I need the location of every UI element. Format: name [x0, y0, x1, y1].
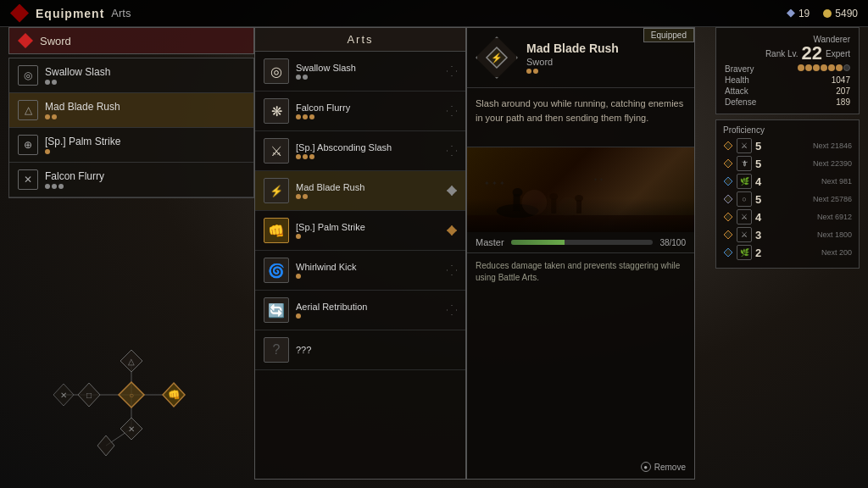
svg-text:✕: ✕: [128, 424, 135, 434]
weapon-header: Sword: [8, 27, 254, 54]
b-dot: [821, 64, 827, 71]
dot: [52, 80, 57, 85]
equip-icon-palm-strike: ⊕: [18, 135, 38, 155]
detail-skill-icon: ⚡: [476, 36, 518, 79]
art-name-absconding-slash: [Sp.] Absconding Slash: [296, 142, 440, 152]
dot-filled: [45, 149, 50, 154]
art-select-diamond: [447, 66, 457, 76]
prof-skill-icon-5: ⚔: [737, 227, 752, 242]
svg-text:□: □: [86, 391, 92, 400]
prof-next-5: Next 1800: [771, 230, 852, 239]
svg-marker-12: [97, 435, 114, 456]
proficiency-panel: Proficiency ⚔ 5 Next 21846 🗡 5 Next 2239…: [715, 119, 860, 269]
equip-item-mad-blade-rush[interactable]: △ Mad Blade Rush: [9, 93, 253, 128]
art-icon-palm-strike: 👊: [264, 218, 289, 243]
art-icon-unknown: ?: [264, 337, 289, 363]
art-info-mad-blade-rush: Mad Blade Rush: [296, 182, 440, 199]
remove-circle-icon: ●: [641, 462, 651, 472]
prof-skill-icon-4: ⚔: [737, 209, 752, 225]
svg-marker-36: [724, 195, 732, 203]
health-value: 1047: [832, 75, 850, 85]
player-rank: Rank Lv. 22 Expert: [725, 44, 850, 63]
b-dot: [836, 64, 843, 71]
dot-filled: [296, 313, 301, 319]
health-row: Health 1047: [725, 75, 850, 85]
equip-info-swallow-slash: Swallow Slash: [45, 66, 245, 85]
dot-filled: [296, 234, 301, 239]
equip-item-palm-strike[interactable]: ⊕ [Sp.] Palm Strike: [9, 128, 253, 163]
dot-filled: [296, 194, 301, 199]
dot-filled: [303, 194, 308, 199]
art-name-unknown: ???: [296, 345, 457, 355]
art-item-absconding-slash[interactable]: ⚔ [Sp.] Absconding Slash: [255, 131, 465, 171]
art-item-unknown[interactable]: ? ???: [255, 330, 465, 370]
art-icon-mad-blade-rush: ⚡: [264, 178, 289, 203]
page-subtitle: Arts: [111, 7, 131, 19]
art-item-aerial-retribution[interactable]: 🔄 Aerial Retribution: [255, 291, 465, 330]
art-name-falcon-flurry: Falcon Flurry: [296, 103, 440, 113]
art-info-palm-strike: [Sp.] Palm Strike: [296, 222, 440, 239]
art-item-falcon-flurry[interactable]: ❋ Falcon Flurry: [255, 92, 465, 131]
art-dots-absconding-slash: [296, 154, 440, 159]
arts-header: Arts: [255, 28, 465, 52]
master-fill: [511, 240, 565, 245]
player-info: Wanderer Rank Lv. 22 Expert Bravery Heal…: [715, 27, 860, 114]
art-item-whirlwind-kick[interactable]: 🌀 Whirlwind Kick: [255, 251, 465, 291]
currency-area: 19 5490: [787, 8, 858, 19]
dot-filled: [303, 154, 308, 159]
prof-skill-icon-2: 🌿: [737, 174, 752, 189]
b-dot: [798, 64, 804, 71]
prof-skill-icon-3: ○: [737, 191, 752, 207]
equip-info-mad-blade-rush: Mad Blade Rush: [45, 101, 245, 119]
prof-skill-icon-1: 🗡: [737, 156, 752, 171]
currency-1: 19: [787, 8, 810, 19]
prof-diamond-icon: [723, 141, 733, 151]
art-item-mad-blade-rush[interactable]: ⚡ Mad Blade Rush: [255, 171, 465, 211]
art-select-diamond: [447, 265, 457, 275]
defense-row: Defense 189: [725, 97, 850, 107]
art-item-palm-strike[interactable]: 👊 [Sp.] Palm Strike: [255, 211, 465, 251]
svg-marker-37: [724, 213, 732, 221]
remove-button[interactable]: ● Remove: [641, 462, 686, 472]
prof-skill-icon-6: 🌿: [737, 245, 752, 260]
art-name-whirlwind-kick: Whirlwind Kick: [296, 262, 440, 272]
defense-value: 189: [836, 97, 850, 107]
prof-row-5: ⚔ 3 Next 1800: [723, 227, 852, 242]
dot: [58, 184, 64, 189]
left-panel: Sword ◎ Swallow Slash △ Mad Blade Rush: [8, 27, 254, 480]
attack-value: 207: [836, 86, 850, 96]
equip-name-palm-strike: [Sp.] Palm Strike: [45, 136, 245, 147]
weapon-type-icon: [18, 33, 33, 48]
dot: [296, 75, 301, 80]
prof-diamond-icon: [723, 194, 733, 204]
dot: [52, 184, 57, 189]
art-select-diamond: [447, 106, 457, 116]
art-dots-swallow-slash: [296, 75, 440, 80]
equip-item-falcon-flurry[interactable]: ✕ Falcon Flurry: [9, 163, 253, 197]
dot-filled: [296, 114, 301, 119]
art-info-aerial-retribution: Aerial Retribution: [296, 302, 440, 319]
player-class: Wanderer: [725, 35, 850, 44]
art-info-falcon-flurry: Falcon Flurry: [296, 103, 440, 119]
equip-icon-swallow-slash: ◎: [18, 65, 38, 86]
art-icon-falcon-flurry: ❋: [264, 98, 289, 124]
remove-label: Remove: [654, 463, 686, 472]
dot: [45, 184, 50, 189]
equip-icon-falcon-flurry: ✕: [18, 169, 38, 190]
detail-master-bar: Master 38/100: [467, 232, 694, 253]
prof-number-5: 3: [755, 229, 767, 241]
detail-weapon-type: Sword: [526, 57, 686, 67]
prof-diamond-icon: [723, 176, 733, 186]
proficiency-title: Proficiency: [723, 125, 852, 135]
currency-2: 5490: [823, 8, 858, 19]
art-info-unknown: ???: [296, 345, 457, 355]
equip-item-swallow-slash[interactable]: ◎ Swallow Slash: [9, 58, 253, 93]
prof-row-3: ○ 5 Next 25786: [723, 191, 852, 207]
prof-row-6: 🌿 2 Next 200: [723, 245, 852, 260]
prof-next-2: Next 981: [771, 177, 852, 186]
stats-panel: Wanderer Rank Lv. 22 Expert Bravery Heal…: [715, 27, 860, 269]
b-dot: [828, 64, 835, 71]
prof-row-1: 🗡 5 Next 22390: [723, 156, 852, 171]
art-item-swallow-slash[interactable]: ◎ Swallow Slash: [255, 52, 465, 92]
dot: [45, 80, 50, 85]
